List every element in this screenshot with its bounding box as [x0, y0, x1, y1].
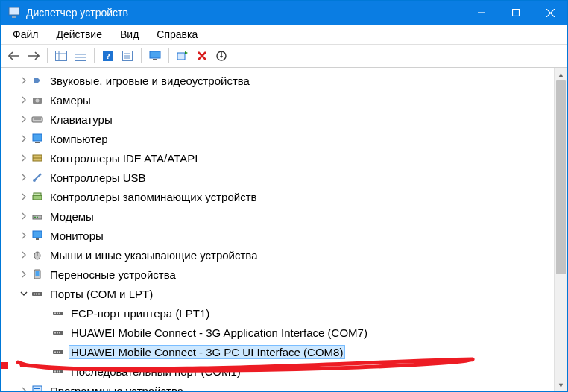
- chevron-right-icon[interactable]: [17, 135, 31, 142]
- content-area: Звуковые, игровые и видеоустройстваКамер…: [1, 68, 567, 391]
- device-item[interactable]: HUAWEI Mobile Connect - 3G Application I…: [2, 323, 554, 342]
- chevron-right-icon[interactable]: [17, 387, 31, 391]
- scan-hardware-icon[interactable]: [174, 47, 192, 65]
- device-category[interactable]: Контроллеры USB: [2, 168, 554, 187]
- menu-view[interactable]: Вид: [111, 26, 148, 42]
- tree-item-label: HUAWEI Mobile Connect - 3G Application I…: [71, 326, 367, 339]
- svg-point-34: [40, 174, 42, 176]
- svg-rect-61: [59, 352, 60, 353]
- uninstall-icon[interactable]: [193, 47, 211, 65]
- port-icon: [51, 364, 65, 378]
- disable-device-icon[interactable]: [212, 47, 230, 65]
- svg-rect-52: [57, 313, 58, 314]
- menubar: Файл Действие Вид Справка: [1, 25, 567, 45]
- chevron-right-icon[interactable]: [17, 154, 31, 162]
- forward-button[interactable]: [25, 47, 42, 65]
- svg-rect-63: [54, 371, 56, 373]
- device-item[interactable]: HUAWEI Mobile Connect - 3G PC UI Interfa…: [2, 342, 554, 361]
- camera-icon: [31, 93, 44, 107]
- scrollbar-thumb[interactable]: [556, 80, 566, 274]
- mouse-icon: [31, 248, 44, 262]
- device-category[interactable]: Переносные устройства: [2, 265, 554, 284]
- speaker-icon: [31, 74, 44, 87]
- svg-rect-23: [34, 78, 37, 83]
- svg-rect-59: [54, 352, 56, 353]
- tree-item-label: Клавиатуры: [50, 113, 113, 126]
- svg-rect-56: [57, 332, 58, 334]
- device-tree[interactable]: Звуковые, игровые и видеоустройстваКамер…: [1, 68, 554, 391]
- svg-rect-3: [513, 10, 520, 16]
- svg-rect-57: [59, 332, 60, 334]
- menu-help[interactable]: Справка: [148, 26, 206, 42]
- device-category[interactable]: Программные устройства: [2, 381, 554, 391]
- svg-rect-30: [35, 142, 40, 143]
- tree-item-label: Камеры: [50, 94, 91, 107]
- chevron-right-icon[interactable]: [17, 251, 31, 259]
- chevron-right-icon[interactable]: [17, 193, 31, 200]
- chevron-right-icon[interactable]: [17, 174, 31, 181]
- monitor-icon: [31, 229, 44, 242]
- svg-rect-1: [12, 16, 16, 18]
- menu-action[interactable]: Действие: [47, 26, 111, 42]
- titlebar: Диспетчер устройств: [1, 1, 567, 25]
- svg-rect-9: [75, 51, 86, 61]
- toolbar-separator: [141, 48, 142, 63]
- chevron-down-icon[interactable]: [17, 290, 31, 297]
- back-button[interactable]: [5, 47, 23, 65]
- svg-rect-20: [177, 53, 185, 60]
- device-category[interactable]: Модемы: [2, 206, 554, 226]
- scrollbar-down-arrow[interactable]: ▼: [555, 379, 567, 391]
- device-item[interactable]: Последовательный порт (COM1): [2, 361, 554, 381]
- device-category[interactable]: Звуковые, игровые и видеоустройства: [2, 71, 554, 90]
- chevron-right-icon[interactable]: [17, 271, 31, 278]
- svg-rect-41: [36, 238, 39, 240]
- svg-rect-51: [54, 313, 56, 314]
- tree-item-label: Последовательный порт (COM1): [71, 365, 241, 378]
- device-item[interactable]: ECP-порт принтера (LPT1): [2, 303, 554, 323]
- tree-item-label: HUAWEI Mobile Connect - 3G PC UI Interfa…: [71, 346, 343, 358]
- tree-item-label: Контроллеры IDE ATA/ATAPI: [50, 152, 198, 165]
- device-category[interactable]: Клавиатуры: [2, 110, 554, 129]
- tree-item-label: ECP-порт принтера (LPT1): [71, 307, 209, 320]
- chevron-right-icon[interactable]: [17, 96, 31, 104]
- svg-rect-40: [33, 231, 42, 238]
- device-category[interactable]: Контроллеры IDE ATA/ATAPI: [2, 148, 554, 168]
- computer-icon: [31, 132, 44, 145]
- device-category[interactable]: Компьютер: [2, 129, 554, 148]
- toolbar-detail-view-icon[interactable]: [52, 47, 70, 65]
- toolbar-list-view-icon[interactable]: [72, 47, 89, 65]
- svg-rect-36: [34, 193, 41, 195]
- svg-point-38: [34, 217, 36, 218]
- vertical-scrollbar[interactable]: ▲ ▼: [554, 68, 567, 391]
- svg-rect-55: [54, 332, 56, 334]
- minimize-button[interactable]: [464, 1, 499, 25]
- device-category[interactable]: Мониторы: [2, 226, 554, 245]
- maximize-button[interactable]: [499, 1, 533, 25]
- menu-file[interactable]: Файл: [4, 26, 47, 42]
- chevron-right-icon[interactable]: [17, 116, 31, 123]
- device-category[interactable]: Порты (COM и LPT): [2, 284, 554, 303]
- port-icon: [31, 287, 44, 300]
- svg-rect-48: [36, 294, 37, 295]
- toolbar-separator: [94, 48, 95, 63]
- usb-icon: [31, 171, 44, 184]
- device-category[interactable]: Контроллеры запоминающих устройств: [2, 187, 554, 206]
- chevron-right-icon[interactable]: [17, 212, 31, 220]
- help-icon[interactable]: ?: [99, 47, 117, 65]
- tree-item-label: Контроллеры USB: [50, 171, 146, 184]
- tree-item-label: Переносные устройства: [50, 268, 176, 281]
- tree-item-label: Компьютер: [50, 133, 108, 145]
- properties-icon[interactable]: [119, 47, 136, 65]
- close-button[interactable]: [533, 1, 567, 25]
- scrollbar-up-arrow[interactable]: ▲: [555, 68, 567, 80]
- port-icon: [51, 326, 65, 339]
- chevron-right-icon[interactable]: [17, 77, 31, 84]
- svg-rect-29: [33, 134, 42, 141]
- device-category[interactable]: Мыши и иные указывающие устройства: [2, 245, 554, 265]
- chevron-right-icon[interactable]: [17, 232, 31, 239]
- device-category[interactable]: Камеры: [2, 90, 554, 110]
- monitor-icon[interactable]: [146, 47, 164, 65]
- svg-rect-49: [38, 294, 40, 295]
- tree-item-label: Модемы: [50, 210, 94, 223]
- svg-text:?: ?: [106, 51, 110, 60]
